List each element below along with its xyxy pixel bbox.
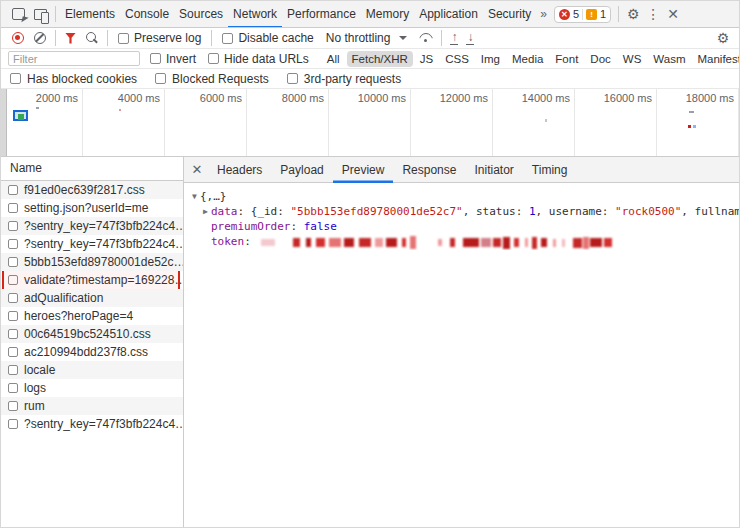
request-row[interactable]: heroes?heroPage=4	[1, 307, 183, 325]
invert-control[interactable]: Invert	[150, 52, 196, 66]
request-row[interactable]: logs	[1, 379, 183, 397]
request-checkbox[interactable]	[8, 311, 18, 321]
detail-tab-preview[interactable]: Preview	[333, 157, 394, 183]
tab-sources[interactable]: Sources	[174, 1, 228, 28]
request-checkbox[interactable]	[8, 185, 18, 195]
throttling-dropdown[interactable]: No throttling	[326, 31, 408, 45]
request-row[interactable]: 5bbb153efd89780001de52c…	[1, 253, 183, 271]
expand-closed-icon[interactable]: ▶	[200, 204, 211, 219]
filter-type-all[interactable]: All	[322, 51, 345, 67]
detail-tab-response[interactable]: Response	[393, 157, 465, 183]
request-row[interactable]: f91ed0ec639f2817.css	[1, 181, 183, 199]
request-row[interactable]: locale	[1, 361, 183, 379]
tab-network[interactable]: Network	[228, 1, 282, 28]
filter-toggle-button[interactable]	[65, 33, 76, 44]
request-name: rum	[24, 399, 45, 413]
more-tabs-button[interactable]: »	[536, 7, 551, 21]
request-checkbox[interactable]	[8, 239, 18, 249]
json-token-line[interactable]: token:	[189, 234, 739, 250]
request-checkbox[interactable]	[8, 293, 18, 303]
close-detail-button[interactable]: ✕	[186, 162, 208, 177]
json-punct: ,	[681, 205, 694, 218]
network-overview-timeline[interactable]: 2000 ms 4000 ms 6000 ms 8000 ms 10000 ms…	[1, 89, 739, 157]
detail-tab-payload[interactable]: Payload	[271, 157, 332, 183]
tab-performance[interactable]: Performance	[282, 1, 361, 28]
invert-checkbox[interactable]	[150, 53, 161, 64]
detail-tab-initiator[interactable]: Initiator	[465, 157, 522, 183]
request-checkbox[interactable]	[8, 275, 18, 285]
filter-type-media[interactable]: Media	[507, 51, 548, 67]
request-row[interactable]: adQualification	[1, 289, 183, 307]
tab-security[interactable]: Security	[483, 1, 536, 28]
request-row[interactable]: setting.json?userId=me	[1, 199, 183, 217]
preserve-log-checkbox[interactable]	[118, 33, 129, 44]
request-checkbox[interactable]	[8, 329, 18, 339]
request-row[interactable]: rum	[1, 397, 183, 415]
tab-memory[interactable]: Memory	[361, 1, 414, 28]
detail-tab-timing[interactable]: Timing	[523, 157, 577, 183]
overview-drag-handle[interactable]	[1, 89, 7, 156]
close-devtools-button[interactable]: ✕	[663, 3, 683, 25]
network-settings-gear-button[interactable]: ⚙	[713, 27, 733, 49]
request-row-selected-validate[interactable]: validate?timestamp=169228…	[1, 271, 183, 289]
filter-type-fetch-xhr[interactable]: Fetch/XHR	[347, 51, 413, 67]
request-name: locale	[24, 363, 55, 377]
filter-type-js[interactable]: JS	[415, 51, 438, 67]
settings-gear-button[interactable]: ⚙	[623, 3, 643, 25]
request-checkbox[interactable]	[8, 419, 18, 429]
filter-type-manifest[interactable]: Manifest	[693, 51, 740, 67]
export-har-button[interactable]: ↓	[466, 31, 474, 45]
filter-type-wasm[interactable]: Wasm	[648, 51, 690, 67]
filter-type-ws[interactable]: WS	[618, 51, 647, 67]
has-blocked-cookies-checkbox[interactable]	[10, 73, 21, 84]
import-har-button[interactable]: ↑	[450, 31, 458, 45]
request-checkbox[interactable]	[8, 203, 18, 213]
filter-type-doc[interactable]: Doc	[585, 51, 615, 67]
json-root-line[interactable]: ▼{,…}	[189, 189, 739, 204]
timeline-tick: 12000 ms	[411, 89, 493, 156]
request-row[interactable]: ?sentry_key=747f3bfb224c4…	[1, 217, 183, 235]
blocked-requests-checkbox[interactable]	[155, 73, 166, 84]
json-data-line[interactable]: ▶data: {_id: "5bbb153efd89780001de52c7",…	[189, 204, 739, 219]
third-party-requests-checkbox[interactable]	[287, 73, 298, 84]
request-checkbox[interactable]	[8, 383, 18, 393]
request-row[interactable]: ac210994bdd237f8.css	[1, 343, 183, 361]
filter-type-css[interactable]: CSS	[440, 51, 474, 67]
detail-tab-headers[interactable]: Headers	[208, 157, 271, 183]
tab-elements[interactable]: Elements	[60, 1, 120, 28]
tab-application[interactable]: Application	[414, 1, 483, 28]
hide-data-urls-checkbox[interactable]	[208, 53, 219, 64]
kebab-menu-button[interactable]: ⋮	[643, 3, 663, 25]
tab-console[interactable]: Console	[120, 1, 174, 28]
json-key: premiumOrder	[211, 220, 290, 233]
clear-network-log-button[interactable]	[34, 32, 46, 44]
expand-open-icon[interactable]: ▼	[189, 189, 200, 204]
json-key: status	[476, 205, 516, 218]
request-checkbox[interactable]	[8, 401, 18, 411]
search-button[interactable]	[86, 32, 98, 44]
request-checkbox[interactable]	[8, 221, 18, 231]
issues-badge[interactable]: ✕ 5 ! 1	[554, 6, 611, 23]
hide-data-urls-control[interactable]: Hide data URLs	[208, 52, 309, 66]
request-row[interactable]: ?sentry_key=747f3bfb224c4…	[1, 415, 183, 433]
record-network-log-button[interactable]	[12, 32, 24, 44]
filter-type-img[interactable]: Img	[476, 51, 505, 67]
overview-mark	[689, 111, 694, 113]
inspect-element-button[interactable]	[7, 3, 29, 25]
name-column-header[interactable]: Name	[1, 157, 183, 181]
disable-cache-checkbox[interactable]	[222, 33, 233, 44]
json-key: token	[211, 235, 244, 248]
request-checkbox[interactable]	[8, 347, 18, 357]
filter-input[interactable]	[8, 51, 140, 66]
request-checkbox[interactable]	[8, 365, 18, 375]
request-row[interactable]: ?sentry_key=747f3bfb224c4…	[1, 235, 183, 253]
filter-type-font[interactable]: Font	[550, 51, 583, 67]
network-conditions-button[interactable]	[418, 32, 432, 44]
request-checkbox[interactable]	[8, 257, 18, 267]
preserve-log-control[interactable]: Preserve log	[118, 31, 201, 45]
device-toolbar-button[interactable]	[29, 3, 51, 25]
request-list-panel: Name f91ed0ec639f2817.css setting.json?u…	[1, 157, 184, 528]
request-row[interactable]: 00c64519bc524510.css	[1, 325, 183, 343]
json-premium-line[interactable]: premiumOrder: false	[189, 219, 739, 234]
disable-cache-control[interactable]: Disable cache	[222, 31, 313, 45]
